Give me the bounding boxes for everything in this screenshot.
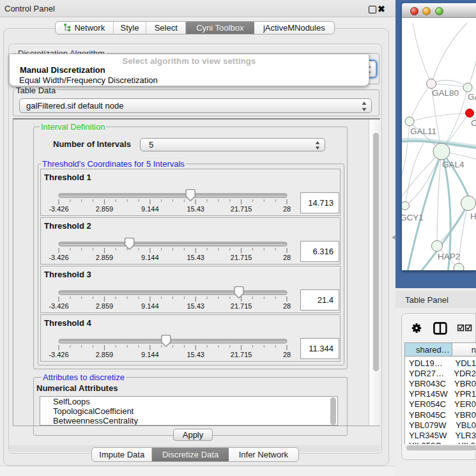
svg-text:GCY1: GCY1	[402, 213, 424, 222]
svg-text:C: C	[471, 118, 476, 128]
svg-text:GAL80: GAL80	[432, 88, 459, 98]
svg-text:9.144: 9.144	[141, 351, 159, 358]
svg-text:2.859: 2.859	[96, 351, 114, 358]
svg-text:21.715: 21.715	[231, 351, 252, 358]
svg-text:9.144: 9.144	[141, 254, 159, 261]
svg-text:9.144: 9.144	[141, 205, 159, 213]
svg-text:9.144: 9.144	[141, 302, 159, 310]
svg-text:-3.426: -3.426	[49, 205, 68, 213]
svg-text:2.859: 2.859	[96, 205, 114, 213]
svg-text:HAP2: HAP2	[438, 252, 460, 261]
svg-text:GA: GA	[468, 92, 476, 102]
svg-text:28: 28	[283, 254, 291, 261]
svg-text:2.859: 2.859	[96, 254, 114, 261]
svg-text:H: H	[470, 211, 476, 221]
svg-text:21.715: 21.715	[231, 254, 252, 261]
svg-text:21.715: 21.715	[231, 205, 252, 213]
svg-text:15.43: 15.43	[187, 351, 204, 358]
svg-text:15.43: 15.43	[187, 205, 204, 213]
svg-text:21.715: 21.715	[231, 302, 252, 310]
svg-text:28: 28	[283, 302, 291, 310]
svg-text:15.43: 15.43	[187, 254, 204, 261]
svg-text:28: 28	[283, 205, 291, 213]
svg-text:GAL11: GAL11	[410, 127, 436, 136]
svg-text:GAL4: GAL4	[442, 160, 464, 169]
svg-text:2.859: 2.859	[96, 302, 114, 310]
svg-text:-3.426: -3.426	[49, 351, 68, 358]
svg-text:-3.426: -3.426	[49, 302, 68, 310]
svg-text:28: 28	[283, 351, 291, 358]
svg-text:15.43: 15.43	[187, 302, 204, 310]
svg-text:-3.426: -3.426	[49, 254, 68, 261]
